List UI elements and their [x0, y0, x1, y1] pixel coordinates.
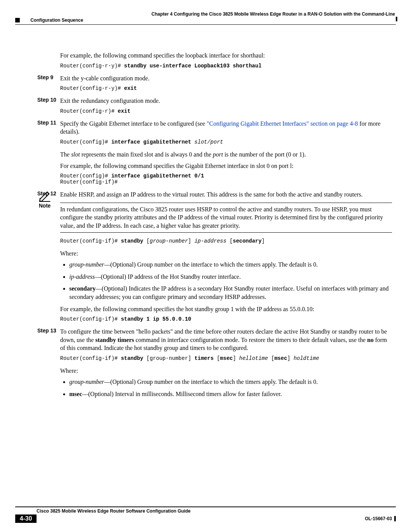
code-arg: group-number [150, 238, 188, 244]
page-header: Chapter 4 Configuring the Cisco 3825 Mob… [15, 11, 396, 25]
step-code: Router(config-r-y)# exit [60, 85, 392, 91]
step-text: Exit the y-cable configuration mode. [60, 74, 392, 83]
footer-tick-icon [394, 516, 396, 521]
step-text: Exit the redundancy configuration mode. [60, 97, 392, 105]
step-text: Specify the Gigabit Ethernet interface t… [60, 120, 392, 136]
t: [ [213, 355, 220, 361]
code-cmd: exit [124, 85, 137, 91]
page-footer: Cisco 3825 Mobile Wireless Edge Router S… [15, 506, 396, 523]
code-prompt: Router(config-if)# [60, 355, 121, 361]
slot-para: The slot represents the main fixed slot … [60, 150, 392, 159]
step-label: Step 10 [37, 97, 56, 103]
code-prompt: Router(config)# [60, 173, 111, 179]
t: ] [287, 355, 294, 361]
step-label: Step 13 [37, 328, 56, 334]
code-prompt: Router(config-r-y)# [60, 63, 124, 69]
code-cmd: secondary [233, 238, 262, 244]
list-item: group-number—(Optional) Group number on … [69, 378, 392, 386]
note-block: Note In redundant configurations, the Ci… [60, 203, 392, 233]
desc: —(Optional) Group number on the interfac… [104, 379, 318, 385]
t: ] [261, 238, 264, 244]
header-tick-icon [396, 17, 397, 21]
t: [ [226, 238, 233, 244]
t: command in interface configuration mode.… [134, 337, 367, 343]
desc: —(Optional) Interval in milliseconds. Mi… [82, 391, 282, 397]
where-label: Where: [60, 367, 392, 375]
code-arg: holdtime [293, 355, 319, 361]
code-arg: ip-address [194, 238, 226, 244]
step-13: Step 13 To configure the time between "h… [60, 328, 392, 398]
bullet-list: group-number—(Optional) Group number on … [60, 260, 392, 301]
step-label: Step 11 [37, 120, 56, 126]
port-word: port [213, 151, 223, 158]
t: [ [268, 355, 274, 361]
example-para: For example, the following command speci… [60, 162, 392, 170]
term: group-number [69, 261, 104, 268]
code-cmd: interface gigabitethernet [111, 139, 194, 145]
code-prompt: Router(config-if)# [60, 316, 121, 322]
code-prompt: Router(config-if)# [60, 238, 121, 244]
section-line: Configuration Sequence [15, 18, 396, 23]
term: secondary [69, 285, 96, 292]
code-cmd: msec [220, 355, 233, 361]
t: The [60, 151, 71, 158]
code-arg: hellotime [239, 355, 268, 361]
guide-title: Cisco 3825 Mobile Wireless Edge Router S… [37, 508, 191, 514]
term: ip-address [69, 273, 95, 280]
intro-para: For example, the following command speci… [60, 51, 392, 60]
code-arg: slot/port [194, 139, 223, 145]
step-12: Step 12 Enable HSRP, and assign an IP ad… [60, 190, 392, 322]
code-cmd: interface gigabitethernet 0/1 [111, 173, 204, 179]
term: group-number [69, 379, 104, 385]
page-number: 4-30 [15, 514, 37, 523]
code-prompt: Router(config)# [60, 139, 111, 145]
footer-row: 4-30 OL-15667-03 [15, 514, 396, 523]
chapter-title: Configuring the Cisco 3825 Mobile Wirele… [174, 11, 395, 17]
step-code: Router(config-if)# standby [group-number… [60, 355, 392, 361]
term: msec [69, 391, 82, 397]
bold-cmd: no [367, 337, 374, 343]
chapter-line: Chapter 4 Configuring the Cisco 3825 Mob… [15, 11, 396, 17]
code-cmd: standby [121, 238, 143, 244]
code-cmd: msec [274, 355, 287, 361]
code-prompt: Router(config-r)# [60, 108, 118, 114]
code-cmd: standby 1 ip 55.0.0.10 [121, 316, 191, 322]
list-item: ip-address—(Optional) IP address of the … [69, 273, 392, 281]
where-label: Where: [60, 249, 392, 258]
step-11: Step 11 Specify the Gigabit Ethernet int… [60, 120, 392, 185]
code-cmd: exit [118, 108, 131, 114]
t: [group-number] [143, 355, 194, 361]
desc: —(Optional) Group number on the interfac… [104, 261, 318, 268]
step-code-2: Router(config-if)# standby 1 ip 55.0.0.1… [60, 316, 392, 322]
xref-link[interactable]: "Configuring Gigabit Ethernet Interfaces… [207, 120, 358, 127]
footer-guide-line: Cisco 3825 Mobile Wireless Edge Router S… [15, 506, 396, 514]
chapter-prefix: Chapter 4 [151, 11, 172, 17]
step-text: Enable HSRP, and assign an IP address to… [60, 190, 392, 199]
t: [ [143, 238, 150, 244]
bullet-list: group-number—(Optional) Group number on … [60, 378, 392, 398]
list-item: group-number—(Optional) Group number on … [69, 260, 392, 269]
step-code-2-l1: Router(config)# interface gigabitetherne… [60, 173, 392, 179]
square-bullet-icon [15, 18, 20, 22]
step-label: Step 9 [37, 74, 53, 80]
step-code-1: Router(config-if)# standby [group-number… [60, 238, 392, 244]
list-item: secondary—(Optional) Indicates the IP ad… [69, 284, 392, 301]
desc: —(Optional) IP address of the Hot Standb… [95, 273, 241, 280]
note-label: Note [39, 203, 51, 209]
code-cmd: standby use-interface Loopback103 shorth… [124, 63, 261, 69]
t: is the number of the port (0 or 1). [223, 151, 306, 158]
code-prompt: Router(config-r-y)# [60, 85, 124, 91]
example-para: For example, the following command speci… [60, 305, 392, 313]
content-body: For example, the following command speci… [60, 51, 392, 398]
step-text: To configure the time between "hello pac… [60, 328, 392, 352]
doc-id: OL-15667-03 [365, 516, 392, 521]
step-code-1: Router(config)# interface gigabitetherne… [60, 139, 392, 145]
desc: —(Optional) Indicates the IP address is … [69, 285, 389, 300]
note-pencil-icon [39, 190, 51, 202]
list-item: msec—(Optional) Interval in milliseconds… [69, 390, 392, 398]
bold-cmd: standby timers [95, 337, 134, 343]
step-code: Router(config-r)# exit [60, 108, 392, 114]
step-10: Step 10 Exit the redundancy configuratio… [60, 97, 392, 114]
step-code-2-l2: Router(config-if)# [60, 179, 392, 185]
step-9: Step 9 Exit the y-cable configuration mo… [60, 74, 392, 92]
